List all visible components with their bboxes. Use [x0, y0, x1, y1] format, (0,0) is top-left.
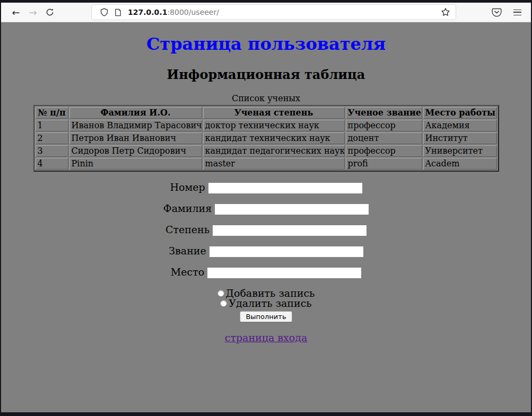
table-cell: Сидоров Петр Сидорович — [69, 145, 202, 157]
table-cell: 1 — [36, 120, 68, 131]
menu-icon[interactable] — [513, 10, 521, 15]
table-cell: профессор — [346, 120, 422, 131]
browser-window: ← → 127.0.0.1:8000/useeer/ — [0, 0, 532, 416]
table-cell: Academ — [423, 158, 497, 170]
page-info-icon[interactable] — [111, 6, 125, 19]
form-field-row: Место — [1, 267, 531, 278]
column-header: Ученое звание — [346, 107, 422, 119]
form-field-row: Звание — [1, 245, 531, 256]
field-input-mesto[interactable] — [207, 268, 361, 278]
table-caption: Список ученых — [1, 93, 531, 103]
column-header: Фамилия И.О. — [69, 107, 202, 119]
login-page-link[interactable]: страница входа — [225, 332, 307, 343]
table-row: 2Петров Иван Ивановичкандидат технически… — [36, 132, 497, 144]
forward-button[interactable]: → — [24, 5, 41, 20]
url-host: 127.0.0.1 — [128, 8, 167, 16]
field-label-familia: Фамилия — [163, 202, 212, 214]
table-cell: профессор — [346, 145, 422, 157]
table-cell: Петров Иван Иванович — [69, 132, 202, 144]
column-header: Место работы — [423, 107, 497, 119]
table-cell: Pinin — [69, 158, 202, 170]
form-radios: Добавить записьУдалить запись — [1, 288, 531, 308]
field-label-stepen: Степень — [165, 224, 210, 235]
table-cell: 2 — [36, 132, 68, 144]
table-cell: кандидат педагогических наук — [203, 145, 345, 157]
field-label-mesto: Место — [171, 266, 204, 278]
back-button[interactable]: ← — [7, 5, 24, 20]
radio-delete-record[interactable] — [220, 300, 227, 307]
table-cell: Академия — [423, 120, 497, 131]
table-row: 4PininmasterprofiAcadem — [36, 158, 497, 170]
form-field-row: Фамилия — [1, 203, 531, 214]
table-cell: доцент — [346, 132, 422, 144]
reload-icon — [46, 8, 54, 16]
table-row: 1Иванов Владимир Тарасовичдоктор техниче… — [36, 120, 497, 131]
scientists-table: № п/пФамилия И.О.Ученая степеньУченое зв… — [33, 105, 499, 172]
column-header: Ученая степень — [203, 107, 345, 119]
field-label-nomer: Номер — [170, 181, 205, 193]
field-input-nomer[interactable] — [208, 183, 362, 193]
table-row: 3Сидоров Петр Сидоровичкандидат педагоги… — [36, 145, 497, 157]
browser-toolbar: ← → 127.0.0.1:8000/useeer/ — [1, 3, 531, 22]
field-label-zvanie: Звание — [169, 245, 206, 256]
page-title: Страница пользователя — [1, 34, 531, 54]
field-input-familia[interactable] — [215, 204, 369, 215]
table-cell: Иванов Владимир Тарасович — [69, 120, 202, 131]
radio-row: Удалить запись — [1, 298, 531, 308]
table-cell: Институт — [423, 132, 497, 144]
table-header-row: № п/пФамилия И.О.Ученая степеньУченое зв… — [36, 107, 497, 119]
table-body: 1Иванов Владимир Тарасовичдоктор техниче… — [36, 120, 497, 170]
table-cell: 4 — [36, 158, 68, 170]
form-field-row: Номер — [1, 182, 531, 193]
field-input-zvanie[interactable] — [210, 246, 363, 257]
submit-row: Выполнить — [1, 308, 531, 322]
table-cell: profi — [346, 158, 422, 170]
form-field-row: Степень — [1, 224, 531, 235]
field-input-stepen[interactable] — [213, 225, 367, 236]
column-header: № п/п — [36, 107, 68, 119]
table-cell: доктор технических наук — [203, 120, 345, 131]
pocket-icon[interactable] — [492, 8, 502, 17]
form-fields: НомерФамилияСтепеньЗваниеМесто — [1, 182, 531, 278]
record-form: НомерФамилияСтепеньЗваниеМесто Добавить … — [1, 182, 531, 322]
footer-link-row: страница входа — [1, 332, 531, 343]
table-cell: master — [203, 158, 345, 170]
radio-label: Удалить запись — [229, 297, 311, 309]
shield-icon[interactable] — [97, 6, 111, 19]
url-text: 127.0.0.1:8000/useeer/ — [128, 8, 219, 16]
table-cell: Университет — [423, 145, 497, 157]
table-cell: 3 — [36, 145, 68, 157]
execute-button[interactable]: Выполнить — [240, 311, 292, 322]
toolbar-right — [492, 8, 525, 17]
reload-button[interactable] — [41, 5, 58, 20]
url-bar[interactable]: 127.0.0.1:8000/useeer/ — [91, 4, 456, 20]
page-subtitle: Информационная таблица — [1, 67, 531, 82]
url-path: :8000/useeer/ — [167, 8, 219, 16]
bookmark-star-icon[interactable] — [441, 7, 450, 17]
page-content: Страница пользователя Информационная таб… — [1, 22, 531, 412]
radio-add-record[interactable] — [217, 290, 224, 297]
table-cell: кандидат технических наук — [203, 132, 345, 144]
